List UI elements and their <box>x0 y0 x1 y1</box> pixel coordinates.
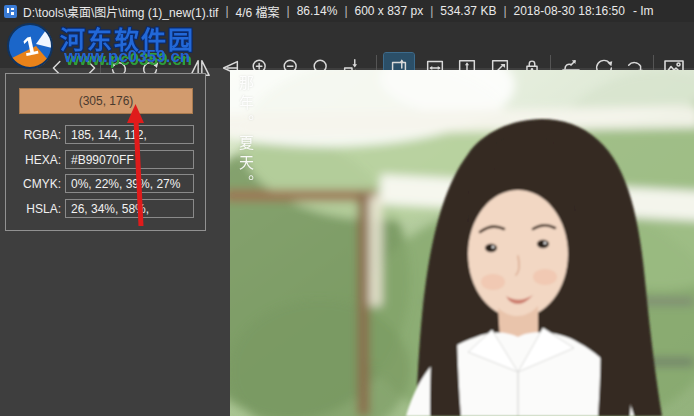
cmyk-row: CMYK: 0%, 22%, 39%, 27% <box>6 174 207 193</box>
toolbar <box>0 22 694 68</box>
hsla-row: HSLA: 26, 34%, 58%, <box>6 199 207 218</box>
cmyk-label: CMYK: <box>6 177 61 191</box>
portrait-photo[interactable]: 那年。夏天。 <box>230 70 694 416</box>
title-dimensions: 600 x 837 px <box>355 4 424 18</box>
title-divider: | <box>503 4 506 18</box>
title-file-index: 4/6 檔案 <box>236 3 280 20</box>
app-icon <box>4 5 17 18</box>
title-bar: D:\tools\桌面\图片\timg (1)_new(1).tif | 4/6… <box>0 0 694 22</box>
red-annotation-arrow <box>124 104 154 228</box>
title-filepath: D:\tools\桌面\图片\timg (1)_new(1).tif <box>23 3 218 20</box>
hexa-row: HEXA: #B99070FF <box>6 150 207 169</box>
title-modified-date: 2018-08-30 18:16:50 <box>514 4 625 18</box>
title-divider: | <box>225 4 228 18</box>
title-app-name: - Im <box>633 4 654 18</box>
color-swatch: (305, 176) <box>19 88 193 114</box>
rgba-label: RGBA: <box>6 128 61 142</box>
title-file-size: 534.37 KB <box>440 4 496 18</box>
color-picker-panel: (305, 176) RGBA: 185, 144, 112, HEXA: #B… <box>5 73 206 231</box>
title-divider: | <box>430 4 433 18</box>
title-divider: | <box>287 4 290 18</box>
rgba-row: RGBA: 185, 144, 112, <box>6 125 207 144</box>
portrait-illustration <box>230 70 694 416</box>
hsla-label: HSLA: <box>6 202 61 216</box>
photo-caption-vertical: 那年。夏天。 <box>235 75 256 195</box>
title-divider: | <box>344 4 347 18</box>
image-viewer-window: D:\tools\桌面\图片\timg (1)_new(1).tif | 4/6… <box>0 0 694 416</box>
hexa-label: HEXA: <box>6 153 61 167</box>
title-zoom-percent: 86.14% <box>297 4 338 18</box>
